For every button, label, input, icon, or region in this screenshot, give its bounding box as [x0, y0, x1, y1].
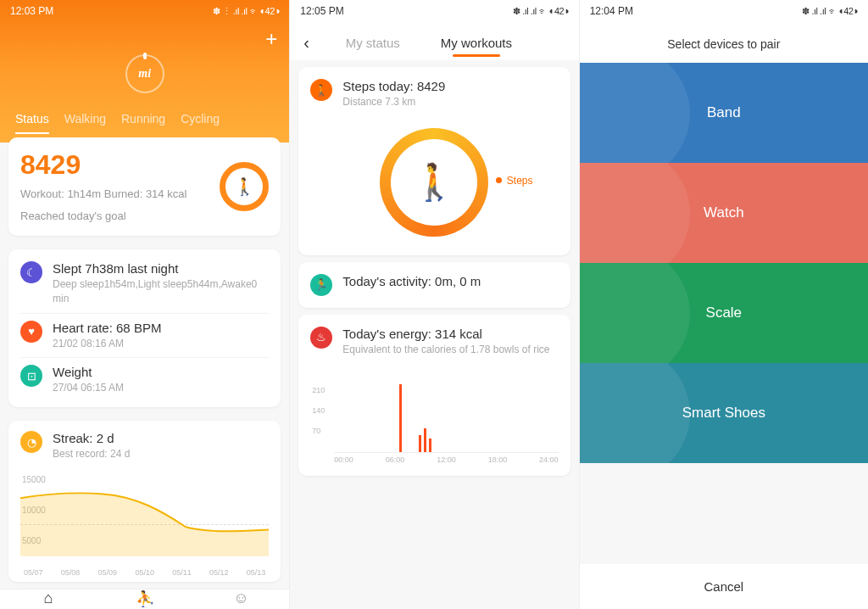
steps-value: 8429: [20, 149, 186, 181]
metric-title: Slept 7h38m last night: [53, 261, 269, 276]
friends-icon: ⛹: [136, 589, 154, 608]
fire-icon: ♨: [310, 327, 332, 349]
steps-ring-icon: 🚶: [220, 162, 269, 211]
streak-chart: 15000 10000 5000: [20, 473, 269, 567]
header-gradient: 12:03 PM ✽ ⋮ .ıl .ıl ᯤ ◖42◗ + mi Status …: [0, 0, 289, 142]
metric-heart[interactable]: ♥ Heart rate: 68 BPM 21/02 08:16 AM: [20, 313, 269, 358]
energy-sub: Equivalent to the calories of 1.78 bowls…: [342, 343, 549, 357]
energy-chart: 210 140 70 00:00 06:00 12:00 18:00 24:00: [310, 371, 558, 464]
home-icon: ⌂: [43, 589, 53, 607]
device-band[interactable]: Band: [580, 63, 868, 163]
header: ‹ My status My workouts: [290, 22, 578, 60]
metric-sub: Deep sleep1h54m,Light sleep5h44m,Awake0 …: [53, 277, 269, 306]
steps-today-title: Steps today: 8429: [342, 79, 445, 93]
mi-logo-icon: mi: [138, 67, 151, 81]
tab-walking[interactable]: Walking: [64, 112, 106, 134]
workout-tabs: My status My workouts: [309, 31, 548, 55]
tab-cycling[interactable]: Cycling: [181, 112, 220, 134]
statusbar: 12:04 PM ✽ .ıl .ıl ᯤ ◖42◗: [580, 0, 868, 22]
back-button[interactable]: ‹: [303, 33, 309, 53]
tab-my-workouts[interactable]: My workouts: [437, 31, 515, 55]
status-indicators-icon: ✽ .ıl .ıl ᯤ ◖42◗: [513, 6, 569, 17]
device-shoes[interactable]: Smart Shoes: [580, 363, 868, 463]
bottom-nav: ⌂ Workout ⛹ Friends ☺ Profile: [0, 589, 289, 609]
metric-sub: 27/04 06:15 AM: [53, 381, 124, 395]
status-indicators-icon: ✽ .ıl .ıl ᯤ ◖42◗: [802, 6, 858, 17]
statusbar: 12:03 PM ✽ ⋮ .ıl .ıl ᯤ ◖42◗: [0, 0, 289, 22]
steps-line2: Reached today's goal: [20, 208, 186, 225]
device-scale[interactable]: Scale: [580, 263, 868, 363]
cancel-button[interactable]: Cancel: [580, 564, 868, 609]
streak-card[interactable]: ◔ Streak: 2 d Best record: 24 d 15000 10…: [8, 421, 281, 582]
ytick: 210: [312, 386, 325, 394]
tab-my-status[interactable]: My status: [342, 31, 403, 55]
steps-big-ring: 🚶 Steps: [380, 128, 488, 237]
streak-xlabels: 05/07 05/08 05/09 05/10 05/11 05/12 05/1…: [20, 567, 269, 582]
walk-icon: 🚶: [310, 79, 332, 101]
ytick: 140: [312, 406, 325, 415]
walk-icon: 🚶: [225, 168, 263, 205]
metric-title: Weight: [53, 365, 124, 379]
energy-card[interactable]: ♨ Today's energy: 314 kcal Equivalent to…: [298, 315, 570, 476]
streak-title: Streak: 2 d: [53, 431, 130, 445]
weight-icon: ⊡: [20, 365, 42, 387]
device-watch[interactable]: Watch: [580, 163, 868, 263]
add-button[interactable]: +: [265, 27, 277, 51]
screen-pair: 12:04 PM ✽ .ıl .ıl ᯤ ◖42◗ Select devices…: [579, 0, 868, 609]
status-indicators-icon: ✽ ⋮ .ıl .ıl ᯤ ◖42◗: [213, 6, 280, 17]
status-time: 12:03 PM: [10, 5, 53, 17]
metric-sub: 21/02 08:16 AM: [53, 337, 161, 351]
screen-status: 12:03 PM ✽ ⋮ .ıl .ıl ᯤ ◖42◗ + mi Status …: [0, 0, 289, 609]
activity-card[interactable]: 🏃 Today's activity: 0m, 0 m: [298, 262, 570, 308]
tab-running[interactable]: Running: [121, 112, 165, 134]
metric-sleep[interactable]: ☾ Slept 7h38m last night Deep sleep1h54m…: [20, 254, 269, 313]
steps-today-card[interactable]: 🚶 Steps today: 8429 Distance 7.3 km 🚶 St…: [298, 67, 570, 255]
legend-steps: Steps: [496, 175, 533, 187]
metric-weight[interactable]: ⊡ Weight 27/04 06:15 AM: [20, 357, 269, 402]
top-tabs: Status Walking Running Cycling: [0, 100, 289, 134]
steps-line1: Workout: 1h14m Burned: 314 kcal: [20, 186, 186, 203]
metrics-card: ☾ Slept 7h38m last night Deep sleep1h54m…: [8, 249, 281, 407]
status-time: 12:05 PM: [300, 5, 343, 17]
heart-icon: ♥: [20, 321, 42, 343]
steps-card[interactable]: 8429 Workout: 1h14m Burned: 314 kcal Rea…: [8, 137, 281, 236]
walk-icon: 🚶: [391, 139, 477, 226]
ytick: 70: [312, 427, 320, 435]
mi-logo-ring[interactable]: mi: [125, 54, 164, 93]
status-time: 12:04 PM: [590, 5, 633, 17]
moon-icon: ☾: [20, 261, 42, 283]
nav-workout[interactable]: ⌂ Workout: [0, 589, 97, 609]
metric-title: Heart rate: 68 BPM: [53, 321, 161, 335]
nav-friends[interactable]: ⛹ Friends: [97, 589, 193, 609]
streak-sub: Best record: 24 d: [53, 447, 130, 461]
pair-title: Select devices to pair: [580, 22, 868, 63]
run-icon: 🏃: [310, 274, 332, 296]
screen-workouts: 12:05 PM ✽ .ıl .ıl ᯤ ◖42◗ ‹ My status My…: [289, 0, 578, 609]
statusbar: 12:05 PM ✽ .ıl .ıl ᯤ ◖42◗: [290, 0, 578, 22]
steps-today-sub: Distance 7.3 km: [342, 95, 445, 109]
tab-status[interactable]: Status: [15, 112, 49, 134]
nav-profile[interactable]: ☺ Profile: [193, 589, 290, 609]
profile-icon: ☺: [233, 589, 248, 607]
energy-xlabels: 00:00 06:00 12:00 18:00 24:00: [334, 455, 558, 464]
activity-title: Today's activity: 0m, 0 m: [342, 274, 481, 288]
energy-title: Today's energy: 314 kcal: [342, 327, 549, 341]
streak-icon: ◔: [20, 431, 42, 453]
